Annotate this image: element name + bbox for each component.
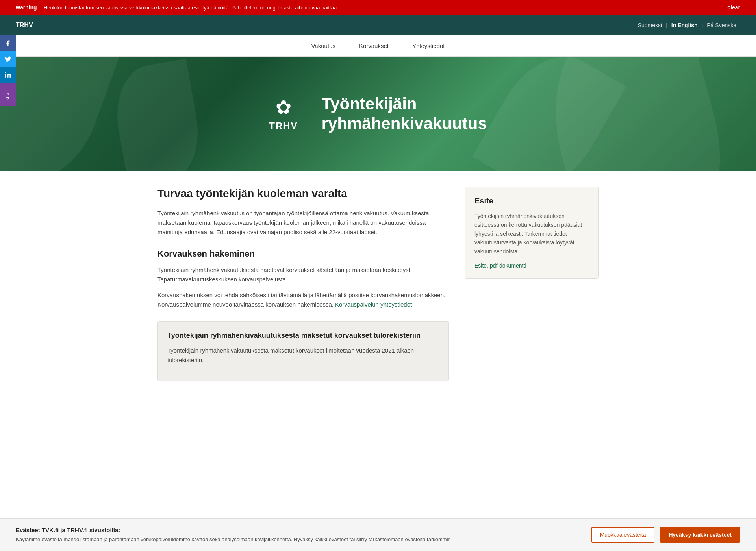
- hero-title: Työntekijäin ryhmähenkivakuutus: [322, 94, 487, 134]
- svg-point-0: [5, 72, 6, 73]
- top-nav: TRHV Suomeksi | In English | På Svenska: [0, 15, 756, 35]
- hero-title-line1: Työntekijäin: [322, 94, 417, 113]
- nav-korvaukset[interactable]: Korvaukset: [359, 43, 389, 49]
- page-main-title: Turvaa työntekijän kuoleman varalta: [158, 187, 449, 201]
- lang-en[interactable]: In English: [667, 22, 702, 28]
- nav-yhteystiedot[interactable]: Yhteystiedot: [412, 43, 445, 49]
- main-nav: Vakuutus Korvaukset Yhteystiedot: [0, 35, 756, 57]
- linkedin-icon: [4, 71, 11, 78]
- intro-paragraph: Työntekijäin ryhmähenkivakuutus on työna…: [158, 209, 449, 237]
- main-content: Turvaa työntekijän kuoleman varalta Työn…: [158, 187, 449, 381]
- content-wrapper: Turvaa työntekijän kuoleman varalta Työn…: [142, 171, 614, 381]
- warning-text: : Henkilön tunnistautumisen vaativissa v…: [41, 5, 338, 11]
- section2-p1: Työntekijäin ryhmähenkivakuutuksesta hae…: [158, 265, 449, 284]
- site-logo[interactable]: TRHV: [16, 22, 33, 29]
- info-box-text: Työntekijäin ryhmähenkivakuutuksesta mak…: [167, 346, 439, 365]
- hero-logo-text: TRHV: [269, 120, 298, 131]
- hero-section: ✿ TRHV Työntekijäin ryhmähenkivakuutus: [0, 57, 756, 171]
- sidebar-text: Työntekijäin ryhmähenkivakuutuksen esitt…: [474, 212, 589, 256]
- hero-title-line2: ryhmähenkivakuutus: [322, 114, 487, 133]
- sidebar: Esite Työntekijäin ryhmähenkivakuutuksen…: [465, 187, 598, 381]
- section2-p2: Korvaushakemuksen voi tehdä sähköisesti …: [158, 290, 449, 309]
- sidebar-box: Esite Työntekijäin ryhmähenkivakuutuksen…: [465, 187, 598, 279]
- facebook-icon: [4, 40, 11, 47]
- share-label[interactable]: share: [0, 83, 16, 106]
- warning-clear-button[interactable]: clear: [727, 4, 740, 11]
- warning-label: warning: [16, 4, 37, 11]
- lang-fi[interactable]: Suomeksi: [634, 22, 666, 28]
- hero-content: ✿ TRHV Työntekijäin ryhmähenkivakuutus: [269, 94, 487, 134]
- social-sidebar: share: [0, 35, 16, 106]
- warning-left: warning : Henkilön tunnistautumisen vaat…: [16, 4, 338, 11]
- warning-bar: warning : Henkilön tunnistautumisen vaat…: [0, 0, 756, 15]
- sidebar-title: Esite: [474, 196, 589, 205]
- section2-title: Korvauksen hakeminen: [158, 249, 449, 259]
- twitter-button[interactable]: [0, 51, 16, 67]
- nav-vakuutus[interactable]: Vakuutus: [311, 43, 335, 49]
- facebook-button[interactable]: [0, 35, 16, 51]
- info-box-title: Työntekijäin ryhmähenkivakuutuksesta mak…: [167, 331, 439, 340]
- language-links: Suomeksi | In English | På Svenska: [634, 22, 740, 28]
- korvauspalvelu-link[interactable]: Korvauspalvelun yhteystiedot: [335, 301, 412, 308]
- lang-sv[interactable]: På Svenska: [703, 22, 740, 28]
- hero-logo-icon: ✿: [276, 96, 291, 118]
- sidebar-pdf-link[interactable]: Esite, pdf-dokumentti: [474, 263, 526, 269]
- linkedin-button[interactable]: [0, 67, 16, 83]
- info-box: Työntekijäin ryhmähenkivakuutuksesta mak…: [158, 321, 449, 381]
- content-area: Turvaa työntekijän kuoleman varalta Työn…: [158, 171, 598, 381]
- twitter-icon: [4, 55, 11, 63]
- hero-logo: ✿ TRHV: [269, 96, 298, 131]
